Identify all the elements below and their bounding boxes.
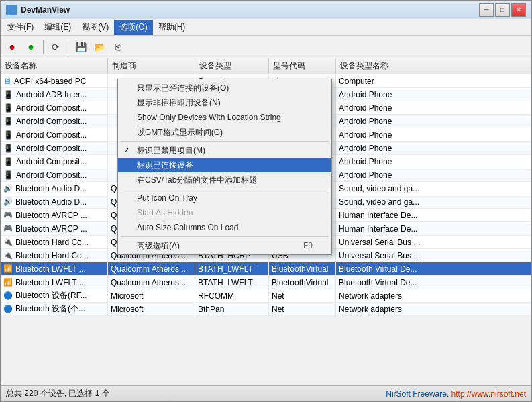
menu-mark-connected[interactable]: 标识已连接设备	[118, 158, 331, 172]
menu-bar: 文件(F) 编辑(E) 视图(V) 选项(O) 帮助(H)	[1, 19, 531, 36]
shortcut-f9: F9	[290, 241, 313, 250]
menu-auto-size[interactable]: Auto Size Columns On Load	[118, 220, 331, 235]
toolbar: ● ● ⟳ 💾 📂 ⎘	[1, 36, 531, 58]
dropdown-sep-1	[121, 141, 329, 142]
minimize-button[interactable]: ─	[479, 3, 494, 17]
status-bar: 总共 220 个设备, 已选择 1 个 NirSoft Freeware. ht…	[1, 385, 531, 401]
toolbar-sep-2	[68, 40, 68, 54]
menu-view[interactable]: 视图(V)	[76, 20, 114, 35]
title-bar: DevManView ─ □ ✕	[1, 1, 531, 19]
close-button[interactable]: ✕	[511, 3, 526, 17]
dropdown-sep-3	[121, 236, 329, 237]
toolbar-sep-1	[43, 40, 44, 54]
status-count: 总共 220 个设备, 已选择 1 个	[6, 388, 386, 399]
menu-advanced[interactable]: 高级选项(A) F9	[118, 238, 331, 253]
menu-show-connected[interactable]: 只显示已经连接的设备(O)	[118, 81, 331, 95]
status-link[interactable]: http://www.nirsoft.net	[451, 389, 526, 399]
menu-put-icon-tray[interactable]: Put Icon On Tray	[118, 191, 331, 205]
menu-show-non-plugin[interactable]: 显示非插插即用设备(N)	[118, 95, 331, 110]
check-mark-icon: ✓	[123, 146, 130, 155]
open-button[interactable]: 📂	[91, 38, 108, 56]
window-title: DevManView	[21, 5, 70, 15]
refresh-button[interactable]: ⟳	[47, 38, 64, 56]
dropdown-menu: 只显示已经连接的设备(O) 显示非插插即用设备(N) Show Only Dev…	[117, 79, 332, 255]
menu-add-header-csv[interactable]: 在CSV/Tab分隔的文件中添加标题	[118, 172, 331, 187]
menu-mark-disabled[interactable]: ✓ 标识已禁用项目(M)	[118, 143, 331, 158]
refresh-icon: ⟳	[52, 42, 60, 52]
menu-help[interactable]: 帮助(H)	[153, 20, 191, 35]
copy-button[interactable]: ⎘	[109, 38, 127, 56]
menu-file[interactable]: 文件(F)	[2, 20, 39, 35]
red-circle-button[interactable]: ●	[3, 38, 21, 56]
dropdown-sep-2	[121, 189, 329, 189]
save-icon: 💾	[75, 42, 87, 52]
main-window: DevManView ─ □ ✕ 文件(F) 编辑(E) 视图(V) 选项(O)…	[0, 0, 532, 402]
copy-icon: ⎘	[115, 42, 121, 52]
menu-show-gmt[interactable]: 以GMT格式显示时间(G)	[118, 125, 331, 140]
menu-edit[interactable]: 编辑(E)	[39, 20, 76, 35]
menu-show-location-string[interactable]: Show Only Devices With Location String	[118, 110, 331, 125]
green-dot-icon: ●	[28, 41, 34, 53]
save-button[interactable]: 💾	[72, 38, 89, 56]
dropdown-overlay: 只显示已经连接的设备(O) 显示非插插即用设备(N) Show Only Dev…	[1, 58, 531, 385]
status-brand: NirSoft Freeware. http://www.nirsoft.net	[386, 389, 526, 399]
red-dot-icon: ●	[9, 41, 15, 53]
app-icon	[6, 5, 17, 15]
main-area: 设备名称 制造商 设备类型 型号代码 设备类型名称 🖥ACPI x64-base…	[1, 58, 531, 385]
open-icon: 📂	[94, 42, 105, 52]
menu-start-hidden: Start As Hidden	[118, 205, 331, 220]
maximize-button[interactable]: □	[495, 3, 510, 17]
window-controls: ─ □ ✕	[479, 3, 526, 17]
menu-options[interactable]: 选项(O)	[114, 20, 152, 35]
green-circle-button[interactable]: ●	[22, 38, 40, 56]
